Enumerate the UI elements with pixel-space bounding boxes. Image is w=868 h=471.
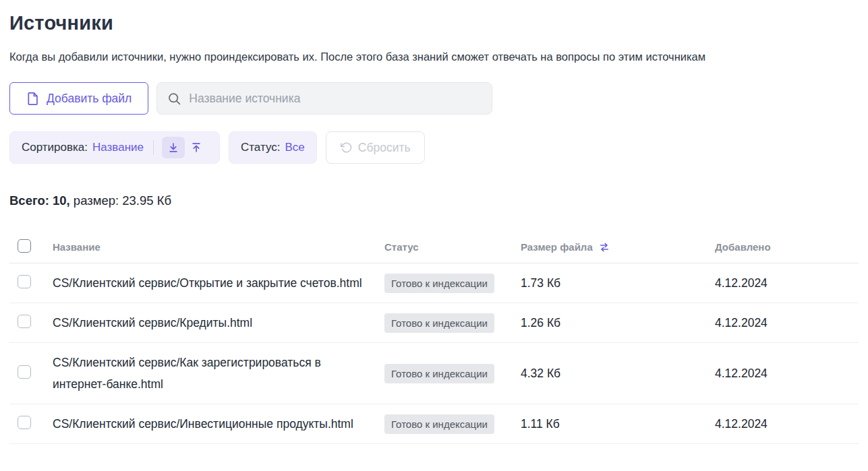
row-size: 4.32 Кб bbox=[521, 367, 715, 381]
row-name: CS/Клиентский сервис/Инвестиционные прод… bbox=[53, 413, 384, 435]
page-description: Когда вы добавили источники, нужно проин… bbox=[9, 51, 859, 63]
status-badge: Готово к индексации bbox=[384, 414, 494, 434]
table-row: CS/Клиентский сервис/Как зарегистрироват… bbox=[9, 343, 859, 404]
row-status-cell: Готово к индексации bbox=[384, 274, 521, 293]
sources-table: Название Статус Размер файла Добав bbox=[9, 231, 859, 444]
summary-size: размер: 23.95 Кб bbox=[74, 193, 171, 208]
search-box bbox=[156, 82, 492, 115]
row-status-cell: Готово к индексации bbox=[384, 414, 521, 434]
row-checkbox[interactable] bbox=[18, 275, 31, 288]
add-file-button[interactable]: Добавить файл bbox=[9, 82, 148, 115]
table-header-row: Название Статус Размер файла Добав bbox=[9, 231, 859, 263]
search-icon bbox=[167, 92, 181, 106]
row-date: 4.12.2024 bbox=[715, 417, 859, 431]
row-checkbox[interactable] bbox=[18, 315, 31, 328]
row-size: 1.26 Кб bbox=[521, 316, 715, 330]
column-header-status: Статус bbox=[384, 241, 521, 253]
sort-descending-icon bbox=[167, 142, 179, 154]
rotate-ccw-icon bbox=[340, 142, 352, 154]
add-file-button-label: Добавить файл bbox=[47, 92, 132, 106]
status-chip: Статус: Все bbox=[229, 131, 317, 164]
row-name: CS/Клиентский сервис/Открытие и закрытие… bbox=[53, 272, 384, 294]
sort-descending-button[interactable] bbox=[162, 137, 185, 158]
table-row: CS/Клиентский сервис/Открытие и закрытие… bbox=[9, 263, 859, 303]
row-checkbox-cell bbox=[9, 365, 53, 381]
row-size: 1.11 Кб bbox=[521, 417, 715, 431]
row-status-cell: Готово к индексации bbox=[384, 364, 521, 383]
table-row: CS/Клиентский сервис/Кредиты.html Готово… bbox=[9, 303, 859, 343]
row-name: CS/Клиентский сервис/Как зарегистрироват… bbox=[53, 352, 384, 395]
summary-total: Всего: 10, bbox=[9, 193, 70, 208]
select-all-checkbox[interactable] bbox=[18, 239, 31, 253]
column-header-added: Добавлено bbox=[715, 241, 859, 253]
status-value-link[interactable]: Все bbox=[285, 141, 304, 154]
table-row: CS/Клиентский сервис/Инвестиционные прод… bbox=[9, 404, 859, 444]
row-status-cell: Готово к индексации bbox=[384, 313, 521, 333]
size-sort-button[interactable] bbox=[598, 241, 610, 253]
row-size: 1.73 Кб bbox=[521, 276, 715, 290]
row-checkbox-cell bbox=[9, 275, 53, 291]
sort-ascending-icon bbox=[190, 142, 202, 154]
page-title: Источники bbox=[9, 12, 859, 34]
swap-horizontal-icon bbox=[598, 241, 610, 253]
sort-ascending-button[interactable] bbox=[185, 137, 208, 158]
status-label: Статус: bbox=[241, 141, 280, 154]
sort-chip: Сортировка: Название bbox=[9, 131, 220, 164]
row-date: 4.12.2024 bbox=[715, 276, 859, 290]
summary-line: Всего: 10, размер: 23.95 Кб bbox=[9, 193, 859, 208]
file-icon bbox=[26, 92, 39, 106]
row-date: 4.12.2024 bbox=[715, 367, 859, 381]
row-name: CS/Клиентский сервис/Кредиты.html bbox=[53, 312, 384, 334]
row-checkbox-cell bbox=[9, 315, 53, 331]
status-badge: Готово к индексации bbox=[384, 274, 494, 293]
column-header-size: Размер файла bbox=[521, 241, 593, 253]
row-checkbox-cell bbox=[9, 416, 53, 432]
column-header-name: Название bbox=[53, 241, 384, 253]
chip-divider bbox=[153, 140, 154, 155]
reset-button[interactable]: Сбросить bbox=[326, 131, 425, 164]
sort-value-link[interactable]: Название bbox=[92, 141, 144, 154]
row-date: 4.12.2024 bbox=[715, 316, 859, 330]
toolbar: Добавить файл bbox=[9, 82, 859, 115]
sort-label: Сортировка: bbox=[22, 141, 88, 154]
row-checkbox[interactable] bbox=[18, 365, 31, 379]
row-checkbox[interactable] bbox=[18, 416, 31, 429]
header-checkbox-cell bbox=[9, 239, 53, 255]
table-body: CS/Клиентский сервис/Открытие и закрытие… bbox=[9, 263, 859, 444]
reset-button-label: Сбросить bbox=[358, 141, 411, 155]
status-badge: Готово к индексации bbox=[384, 364, 494, 383]
status-badge: Готово к индексации bbox=[384, 313, 494, 333]
filter-bar: Сортировка: Название Статус: bbox=[9, 131, 859, 164]
search-input[interactable] bbox=[189, 92, 482, 106]
